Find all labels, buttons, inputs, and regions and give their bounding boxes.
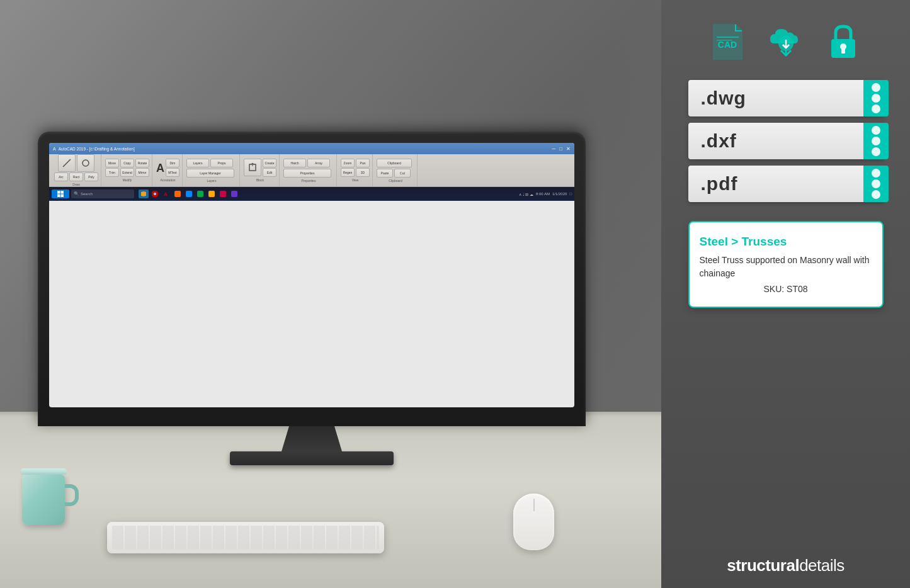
taskbar-apps: A [139, 189, 239, 198]
search-text: Search [81, 192, 93, 196]
start-button[interactable] [52, 189, 69, 198]
cloud-download-icon[interactable] [763, 19, 809, 64]
ribbon-group-insert: Clipboard Paste Cut Clipboard [374, 154, 418, 186]
taskbar-explorer[interactable] [139, 189, 149, 198]
cad-toolbar: Arc Rect Poly Draw Move Copy Rotate [49, 154, 574, 187]
ring-8 [872, 179, 880, 188]
taskbar-autocad[interactable]: A [161, 189, 171, 198]
annotate-label: Annotation [161, 178, 176, 182]
lock-icon [821, 19, 867, 64]
create-block[interactable]: Create [263, 159, 276, 167]
circle-tool[interactable] [77, 154, 94, 172]
tray-icons: ∧ ♩ ⊞ ☁ [519, 192, 533, 196]
mug-body [22, 475, 65, 525]
product-description-card: Steel > Trusses Steel Truss supported on… [688, 221, 884, 308]
taskbar-tray: ∧ ♩ ⊞ ☁ 8:00 AM 1/1/2020 □ [519, 192, 572, 196]
mouse [513, 494, 554, 550]
zoom-tool[interactable]: Zoom [341, 159, 355, 167]
product-category: Steel > Trusses [700, 235, 872, 249]
system-time: 8:00 AM [536, 192, 550, 196]
poly-tool[interactable]: Poly [84, 172, 98, 181]
right-panel: CAD [661, 0, 910, 588]
draw-label: Draw [72, 183, 80, 186]
taskbar-app-6[interactable] [195, 189, 205, 198]
copy-tool[interactable]: Copy [120, 159, 134, 167]
product-sku: SKU: ST08 [700, 284, 872, 294]
monitor-screen: A AutoCAD 2019 - [c:\Drafting & Annotati… [49, 143, 574, 407]
arc-tool[interactable]: Arc [54, 172, 68, 181]
properties-panel[interactable]: Properties [283, 169, 331, 178]
file-type-icons-row: CAD [705, 19, 867, 64]
lock-icon-container [821, 19, 867, 64]
layers-label: Layers [207, 179, 216, 183]
insert-block[interactable] [244, 159, 261, 176]
ribbon-group-props: Hatch Array Properties Properties [281, 154, 337, 186]
window-controls[interactable]: ─ □ ✕ [552, 146, 571, 152]
ribbon-group-layers: Layers Props Layer Manager Layers [184, 154, 240, 186]
mirror-tool[interactable]: Mirror [135, 168, 149, 177]
extend-tool[interactable]: Extend [120, 168, 134, 177]
rect-tool[interactable]: Rect [69, 172, 83, 181]
cad-icon-container: CAD [705, 19, 751, 64]
trim-tool[interactable]: Trim [105, 168, 119, 177]
dim-tool[interactable]: Dim [166, 159, 179, 167]
ribbon-group-view: Zoom Pan Regen 3D View [338, 154, 373, 186]
taskbar-app-9[interactable] [229, 189, 239, 198]
download-icon-container[interactable] [763, 19, 809, 64]
mtext-tool[interactable]: MText [166, 168, 179, 177]
svg-rect-94 [61, 195, 64, 198]
svg-rect-93 [57, 195, 60, 198]
pdf-tab[interactable] [863, 166, 889, 202]
notification-icon[interactable]: □ [569, 192, 572, 196]
regen-tool[interactable]: Regen [341, 168, 355, 177]
cad-title: AutoCAD 2019 - [c:\Drafting & Annotation… [59, 147, 135, 151]
3d-tool[interactable]: 3D [356, 168, 370, 177]
monitor-stand-base [230, 451, 394, 465]
svg-rect-107 [841, 48, 845, 54]
paste-tool[interactable]: Paste [377, 169, 393, 178]
edit-block[interactable]: Edit [263, 168, 276, 177]
svg-line-0 [63, 159, 71, 167]
layer-manager[interactable]: Layer Manager [186, 169, 234, 178]
properties-label: Properties [302, 179, 316, 183]
brand-light: details [799, 556, 845, 575]
cut-tool[interactable]: Cut [394, 169, 411, 178]
coffee-mug [22, 468, 69, 528]
ring-7 [872, 169, 880, 178]
pan-tool[interactable]: Pan [356, 159, 370, 167]
dwg-tab[interactable] [863, 80, 889, 116]
clipboard-tool[interactable]: Clipboard [377, 159, 412, 167]
pdf-file-item[interactable]: .pdf [688, 166, 884, 202]
brand-footer: structuraldetails [727, 543, 845, 575]
monitor-bezel: A AutoCAD 2019 - [c:\Drafting & Annotati… [38, 132, 586, 426]
prop-tool[interactable]: Props [210, 159, 233, 167]
dxf-label: .dxf [701, 130, 737, 152]
taskbar-app-5[interactable] [184, 189, 194, 198]
dxf-tab[interactable] [863, 123, 889, 159]
text-tool[interactable]: A [156, 162, 164, 174]
taskbar-app-4[interactable] [173, 189, 183, 198]
svg-point-1 [82, 160, 89, 166]
dxf-file-item[interactable]: .dxf [688, 123, 884, 159]
dwg-file-item[interactable]: .dwg [688, 80, 884, 116]
ring-4 [872, 126, 880, 135]
hatch-tool[interactable]: Hatch [283, 159, 306, 167]
ring-9 [872, 190, 880, 199]
ring-5 [872, 137, 880, 145]
search-icon: 🔍 [74, 191, 79, 196]
array-tool[interactable]: Array [307, 159, 330, 167]
mug-rim [21, 468, 66, 475]
line-tool[interactable] [58, 154, 76, 172]
taskbar-chrome[interactable] [150, 189, 160, 198]
layer-tool[interactable]: Layers [186, 159, 209, 167]
ribbon-group-draw: Arc Rect Poly Draw [52, 154, 101, 186]
rotate-tool[interactable]: Rotate [135, 159, 149, 167]
taskbar-app-7[interactable] [207, 189, 217, 198]
ring-1 [872, 83, 880, 92]
taskbar-search[interactable]: 🔍 Search [71, 189, 134, 198]
taskbar-app-8[interactable] [218, 189, 228, 198]
cad-app-icon: A [53, 147, 56, 151]
ring-3 [872, 105, 880, 113]
move-tool[interactable]: Move [105, 159, 119, 167]
monitor-stand-neck [274, 426, 350, 451]
